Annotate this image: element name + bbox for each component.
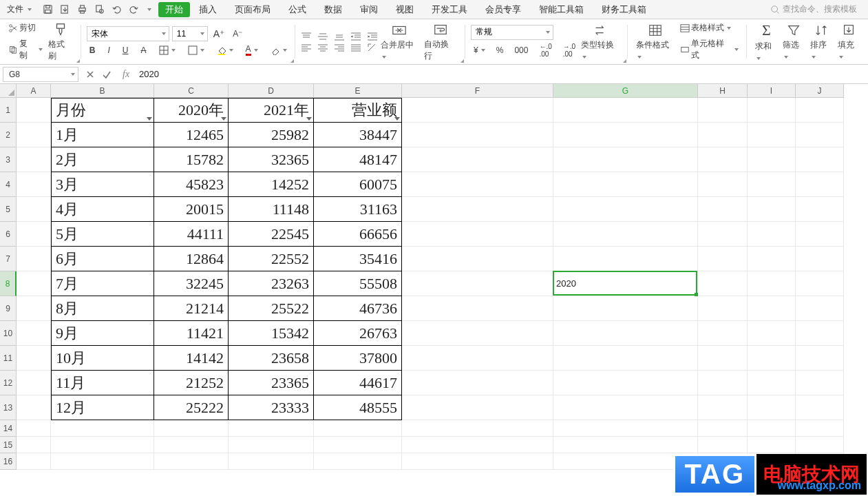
print-icon[interactable] — [77, 4, 87, 14]
row-header-16[interactable]: 16 — [0, 453, 17, 470]
cell-J12[interactable] — [796, 371, 844, 395]
table-style-button[interactable]: 表格样式 — [677, 21, 742, 35]
strikethrough-button[interactable]: A — [138, 44, 149, 56]
col-header-A[interactable]: A — [17, 84, 51, 98]
cell-F13[interactable] — [402, 395, 553, 420]
col-header-G[interactable]: G — [553, 84, 698, 98]
cell-I15[interactable] — [748, 437, 796, 453]
cell-E6[interactable]: 66656 — [314, 222, 402, 247]
cell-J10[interactable] — [796, 321, 844, 346]
cell-D12[interactable]: 23365 — [229, 371, 314, 395]
cell-I9[interactable] — [748, 296, 796, 321]
cell-G8[interactable]: 2020 — [553, 271, 698, 296]
cell-J15[interactable] — [796, 437, 844, 453]
cell-D11[interactable]: 23658 — [229, 346, 314, 371]
row-header-13[interactable]: 13 — [0, 395, 17, 420]
cell-I10[interactable] — [748, 321, 796, 346]
cell-C16[interactable] — [154, 453, 229, 470]
cell-C4[interactable]: 45823 — [154, 172, 229, 197]
cell-style-button[interactable]: 单元格样式 — [677, 37, 742, 63]
cell-B6[interactable]: 5月 — [51, 222, 154, 247]
cell-F7[interactable] — [402, 247, 553, 271]
tab-插入[interactable]: 插入 — [190, 0, 226, 19]
cell-H12[interactable] — [698, 371, 748, 395]
cell-J1[interactable] — [796, 98, 844, 123]
align-left-icon[interactable] — [301, 43, 312, 52]
cell-I7[interactable] — [748, 247, 796, 271]
cell-D13[interactable]: 23333 — [229, 395, 314, 420]
cell-J11[interactable] — [796, 346, 844, 371]
align-middle-icon[interactable] — [317, 32, 328, 41]
cell-C3[interactable]: 15782 — [154, 147, 229, 172]
underline-button[interactable]: U — [120, 44, 131, 56]
row-header-12[interactable]: 12 — [0, 371, 17, 395]
cell-E13[interactable]: 48555 — [314, 395, 402, 420]
cell-H5[interactable] — [698, 197, 748, 222]
dialog-launcher-icon[interactable] — [623, 59, 626, 63]
tab-财务工具箱[interactable]: 财务工具箱 — [593, 0, 655, 19]
cell-E16[interactable] — [314, 453, 402, 470]
cell-E2[interactable]: 38447 — [314, 123, 402, 147]
cell-G9[interactable] — [553, 296, 698, 321]
cell-G15[interactable] — [553, 437, 698, 453]
cell-F8[interactable] — [402, 271, 553, 296]
cell-E11[interactable]: 37800 — [314, 346, 402, 371]
row-header-6[interactable]: 6 — [0, 222, 17, 247]
cell-J5[interactable] — [796, 197, 844, 222]
align-center-icon[interactable] — [317, 43, 328, 52]
cell-E3[interactable]: 48147 — [314, 147, 402, 172]
cell-G12[interactable] — [553, 371, 698, 395]
filter-dropdown-icon[interactable] — [221, 117, 226, 121]
fill-button[interactable]: 填充 — [835, 21, 862, 63]
cell-J6[interactable] — [796, 222, 844, 247]
merge-center-button[interactable]: 合并居中 — [378, 21, 422, 63]
cell-A8[interactable] — [17, 271, 51, 296]
dialog-launcher-icon[interactable] — [461, 59, 464, 63]
cell-H7[interactable] — [698, 247, 748, 271]
filter-dropdown-icon[interactable] — [306, 117, 312, 121]
tab-智能工具箱[interactable]: 智能工具箱 — [530, 0, 593, 19]
cell-I4[interactable] — [748, 172, 796, 197]
cell-I3[interactable] — [748, 147, 796, 172]
cell-B4[interactable]: 3月 — [51, 172, 154, 197]
cell-B2[interactable]: 1月 — [51, 123, 154, 147]
cell-B7[interactable]: 6月 — [51, 247, 154, 271]
file-menu[interactable]: 文件 — [3, 3, 36, 15]
cell-E8[interactable]: 55508 — [314, 271, 402, 296]
row-header-5[interactable]: 5 — [0, 197, 17, 222]
cell-C2[interactable]: 12465 — [154, 123, 229, 147]
cell-F16[interactable] — [402, 453, 553, 470]
cut-button[interactable]: 剪切 — [6, 21, 45, 35]
font-name-combo[interactable]: 宋体 — [87, 26, 169, 41]
cell-J14[interactable] — [796, 420, 844, 437]
col-header-D[interactable]: D — [229, 84, 314, 98]
cell-E10[interactable]: 26763 — [314, 321, 402, 346]
cell-D2[interactable]: 25982 — [229, 123, 314, 147]
justify-icon[interactable] — [350, 43, 361, 52]
increase-indent-icon[interactable] — [367, 32, 378, 41]
row-header-1[interactable]: 1 — [0, 98, 17, 123]
cell-E15[interactable] — [314, 437, 402, 453]
cell-F9[interactable] — [402, 296, 553, 321]
row-header-2[interactable]: 2 — [0, 123, 17, 147]
cell-F1[interactable] — [402, 98, 553, 123]
cell-H14[interactable] — [698, 420, 748, 437]
cell-B10[interactable]: 9月 — [51, 321, 154, 346]
confirm-edit-icon[interactable] — [102, 70, 112, 79]
cell-J7[interactable] — [796, 247, 844, 271]
comma-button[interactable]: 000 — [511, 44, 531, 56]
cell-H10[interactable] — [698, 321, 748, 346]
cell-B9[interactable]: 8月 — [51, 296, 154, 321]
cell-B5[interactable]: 4月 — [51, 197, 154, 222]
cell-A1[interactable] — [17, 98, 51, 123]
currency-button[interactable]: ¥ — [471, 44, 488, 56]
cell-A11[interactable] — [17, 346, 51, 371]
borders-button[interactable] — [156, 44, 178, 56]
cell-G2[interactable] — [553, 123, 698, 147]
cell-A4[interactable] — [17, 172, 51, 197]
cell-C5[interactable]: 20015 — [154, 197, 229, 222]
row-header-10[interactable]: 10 — [0, 321, 17, 346]
decrease-indent-icon[interactable] — [350, 32, 361, 41]
cell-F11[interactable] — [402, 346, 553, 371]
cell-I1[interactable] — [748, 98, 796, 123]
